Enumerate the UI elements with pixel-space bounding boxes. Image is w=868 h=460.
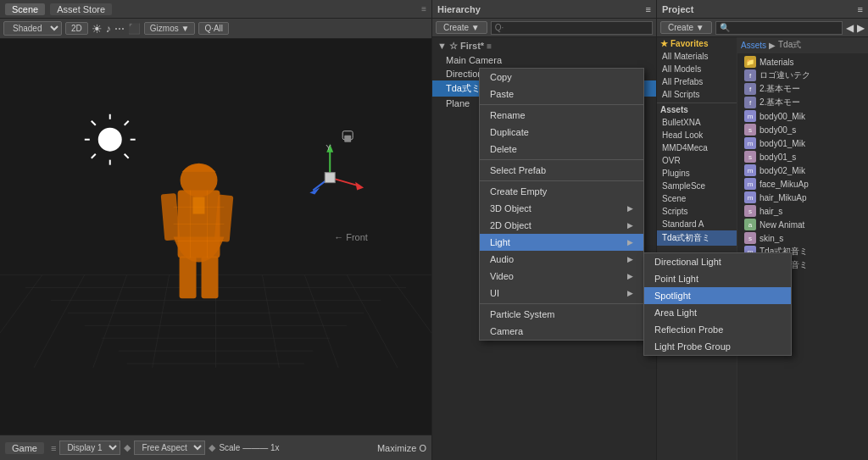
asset-store-tab[interactable]: Asset Store [50, 3, 112, 15]
folder-tda[interactable]: Tda式初音ミ [657, 230, 737, 246]
asset-body00-mik[interactable]: m body00_Mik [741, 109, 865, 123]
folder-all-scripts[interactable]: All Scripts [657, 88, 737, 101]
tda-folder-label: Tda式初音ミ [662, 232, 710, 244]
scene-tab[interactable]: Scene [5, 3, 45, 15]
folder-samplesce[interactable]: SampleSce [657, 180, 737, 192]
aspect-select[interactable]: Free Aspect [134, 441, 205, 455]
asset-hair-s-label: hair_s [760, 207, 782, 216]
plugins-label: Plugins [662, 169, 690, 178]
hierarchy-create-button[interactable]: Create ▼ [436, 21, 487, 34]
ctx-2d-object[interactable]: 2D Object ▶ [480, 217, 643, 234]
project-panel: Project ≡ Create ▼ ◀ ▶ ★ Favorites All M… [657, 0, 868, 460]
ctx-camera[interactable]: Camera [480, 323, 643, 340]
display-select[interactable]: Display 1 [59, 441, 120, 455]
folder-headlook[interactable]: Head Look [657, 129, 737, 141]
ctx-sep-3 [480, 180, 643, 181]
submenu-directional-light[interactable]: Directional Light [644, 253, 791, 270]
headlook-label: Head Look [662, 130, 703, 140]
ctx-audio[interactable]: Audio ▶ [480, 251, 643, 268]
project-search-input[interactable] [715, 21, 843, 35]
folder-scene[interactable]: Scene [657, 192, 737, 205]
favorites-label: ★ Favorites [657, 37, 737, 50]
asset-basic-mo-1[interactable]: f 2.基本モー [741, 82, 865, 96]
ctx-light[interactable]: Light ▶ [480, 234, 643, 251]
scene-label: Scene [662, 194, 686, 203]
asset-materials[interactable]: 📁 Materials [741, 55, 865, 69]
project-create-button[interactable]: Create ▼ [660, 21, 712, 34]
asset-new-animat-label: New Animat [760, 220, 804, 230]
ctx-rename[interactable]: Rename [480, 107, 643, 124]
ctx-paste[interactable]: Paste [480, 86, 643, 103]
ctx-video[interactable]: Video ▶ [480, 268, 643, 285]
asset-body00-s[interactable]: s body00_s [741, 123, 865, 136]
scene-panel: Scene Asset Store ≡ Shaded 2D ☀ ♪ ⋯ ⬛ Gi… [0, 0, 432, 460]
folder-plugins[interactable]: Plugins [657, 167, 737, 180]
asset-body01-mik[interactable]: m body01_Mik [741, 136, 865, 150]
ctx-delete[interactable]: Delete [480, 141, 643, 158]
folder-mmd4meca[interactable]: MMD4Meca [657, 141, 737, 154]
all-materials-label: All Materials [662, 52, 708, 61]
gizmos-button[interactable]: Gizmos ▼ [144, 22, 196, 35]
hierarchy-menu-icon[interactable]: ≡ [487, 42, 492, 51]
assets-grid: 📁 Materials f ロゴ違いテク f 2.基本モー f [741, 55, 865, 272]
submenu-area-light[interactable]: Area Light [644, 304, 791, 321]
asset-hair-s[interactable]: s hair_s [741, 204, 865, 218]
hierarchy-search-input[interactable] [491, 21, 653, 35]
all-button[interactable]: Q·All [198, 22, 229, 35]
all-prefabs-label: All Prefabs [662, 77, 703, 86]
game-panel: Game ≡ Display 1 ◆ Free Aspect ◆ Scale —… [0, 435, 431, 460]
project-nav-back[interactable]: ◀ [846, 22, 854, 34]
file-icon-13: s [744, 232, 756, 244]
svg-rect-29 [180, 256, 197, 298]
hierarchy-overflow-icon[interactable]: ≡ [646, 4, 651, 14]
asset-face-miku[interactable]: m face_MikuAp [741, 177, 865, 191]
submenu-point-light[interactable]: Point Light [644, 270, 791, 287]
asset-skin-s[interactable]: s skin_s [741, 231, 865, 245]
asset-logo[interactable]: f ロゴ違いテク [741, 69, 865, 82]
project-header: Project ≡ [657, 0, 868, 19]
ctx-ui[interactable]: UI ▶ [480, 285, 643, 302]
ctx-copy[interactable]: Copy [480, 69, 643, 86]
folder-bulletxna[interactable]: BulletXNA [657, 116, 737, 129]
scene-root-item[interactable]: ▼ ☆ First* ≡ [432, 39, 656, 53]
folder-scripts[interactable]: Scripts [657, 205, 737, 218]
audio-arrow: ▶ [627, 255, 633, 263]
2d-button[interactable]: 2D [65, 22, 88, 35]
camera-icon[interactable]: ⬛ [128, 23, 141, 35]
submenu-spotlight[interactable]: Spotlight [644, 287, 791, 304]
folder-standarda[interactable]: Standard A [657, 218, 737, 230]
bulletxna-label: BulletXNA [662, 118, 701, 127]
submenu-light-probe-group[interactable]: Light Probe Group [644, 338, 791, 355]
asset-hair-miku-label: hair_MikuAp [760, 193, 807, 202]
project-content: ★ Favorites All Materials All Models All… [657, 37, 868, 460]
game-tab[interactable]: Game [5, 442, 44, 454]
folder-ovr[interactable]: OVR [657, 154, 737, 167]
breadcrumb-assets[interactable]: Assets [741, 41, 766, 50]
folder-all-models[interactable]: All Models [657, 63, 737, 75]
all-scripts-label: All Scripts [662, 90, 699, 99]
shading-select[interactable]: Shaded [3, 21, 62, 36]
effects-icon[interactable]: ⋯ [114, 23, 125, 35]
ctx-create-empty[interactable]: Create Empty [480, 183, 643, 200]
asset-basic-mo-2[interactable]: f 2.基本モー [741, 96, 865, 109]
hierarchy-item-main-camera[interactable]: Main Camera [432, 53, 656, 67]
submenu-reflection-probe[interactable]: Reflection Probe [644, 321, 791, 338]
asset-body02-mik[interactable]: m body02_Mik [741, 163, 865, 177]
audio-icon[interactable]: ♪ [106, 23, 111, 35]
project-nav-forward[interactable]: ▶ [857, 22, 865, 34]
ctx-duplicate[interactable]: Duplicate [480, 124, 643, 141]
asset-body01-s-label: body01_s [760, 152, 796, 162]
project-overflow-icon[interactable]: ≡ [858, 4, 863, 14]
asset-materials-label: Materials [760, 58, 794, 67]
folder-all-prefabs[interactable]: All Prefabs [657, 75, 737, 88]
maximize-button[interactable]: Maximize O [377, 443, 426, 453]
folder-all-materials[interactable]: All Materials [657, 50, 737, 63]
2d-object-arrow: ▶ [627, 221, 633, 230]
sun-icon[interactable]: ☀ [92, 22, 103, 36]
ctx-select-prefab[interactable]: Select Prefab [480, 162, 643, 179]
ctx-particle-system[interactable]: Particle System [480, 306, 643, 323]
ctx-3d-object[interactable]: 3D Object ▶ [480, 200, 643, 217]
asset-body01-s[interactable]: s body01_s [741, 150, 865, 163]
asset-hair-miku[interactable]: m hair_MikuAp [741, 191, 865, 204]
asset-new-animat[interactable]: a New Animat [741, 218, 865, 231]
